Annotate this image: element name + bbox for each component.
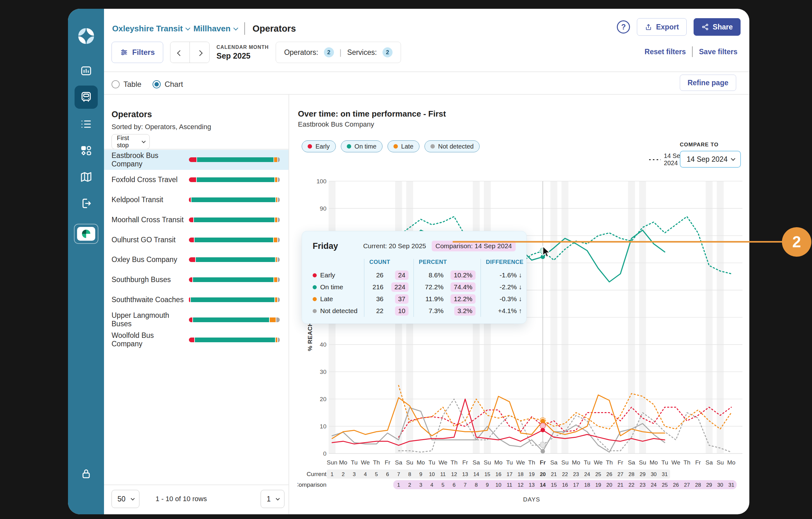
operator-row[interactable]: Southburgh Buses (104, 270, 289, 290)
operator-row[interactable]: Keldpool Transit (104, 190, 289, 210)
tooltip-row-label: Not detected (313, 305, 359, 317)
share-button[interactable]: Share (694, 18, 741, 36)
tooltip-current-date: Current: 20 Sep 2025 (363, 242, 426, 250)
svg-text:Mo: Mo (417, 459, 425, 466)
next-month-button[interactable] (190, 42, 209, 63)
tooltip-percent-comparison: 12.2% (448, 293, 475, 305)
operator-name: Souththwaite Coaches (112, 296, 186, 304)
refine-page-button[interactable]: Refine page (680, 75, 736, 91)
divider: | (340, 48, 342, 57)
chart-legend: EarlyOn timeLateNot detected (302, 140, 480, 152)
help-button[interactable]: ? (617, 20, 630, 33)
svg-text:21: 21 (617, 482, 624, 488)
chevron-right-icon (197, 50, 202, 56)
export-button[interactable]: Export (637, 18, 687, 36)
time-series-chart[interactable]: 0102030405060708090100SunMoTuWeThFrSaSuM… (298, 175, 749, 512)
view-radio-table[interactable]: Table (112, 80, 141, 89)
svg-text:10: 10 (429, 471, 435, 477)
svg-text:27: 27 (617, 471, 624, 477)
callout-step-badge: 2 (782, 227, 811, 257)
list-icon[interactable] (79, 117, 93, 131)
legend-pill-late[interactable]: Late (387, 140, 419, 152)
prev-month-button[interactable] (170, 42, 190, 63)
lock-icon[interactable] (79, 466, 93, 481)
svg-text:28: 28 (629, 471, 634, 477)
operator-row[interactable]: Eastbrook Bus Company (104, 150, 289, 170)
operator-row[interactable]: Souththwaite Coaches (104, 290, 289, 310)
compare-to-value: 14 Sep 2024 (687, 155, 727, 164)
tooltip-header-spacer (448, 262, 475, 266)
svg-text:Th: Th (606, 459, 613, 466)
view-radio-chart[interactable]: Chart (152, 80, 183, 89)
svg-text:2: 2 (342, 471, 345, 477)
svg-text:Su: Su (717, 459, 724, 466)
bar-segment (278, 297, 280, 302)
svg-text:12: 12 (451, 471, 457, 477)
radio-icon (112, 80, 120, 88)
radio-selected-icon (152, 80, 161, 88)
sidebar (68, 9, 104, 514)
svg-text:10: 10 (496, 482, 501, 488)
operator-row[interactable]: Woolfold Bus Company (104, 330, 289, 350)
svg-text:Sa: Sa (395, 459, 403, 466)
tooltip-percent-comparison: 10.2% (448, 269, 475, 281)
svg-text:40: 40 (320, 341, 326, 348)
operator-name: Oxley Bus Company (112, 255, 186, 264)
svg-text:Th: Th (373, 459, 380, 466)
operator-row[interactable]: Foxfold Cross Travel (104, 170, 289, 190)
legend-pill-notdet[interactable]: Not detected (425, 140, 480, 152)
bar-segment (191, 297, 274, 302)
filters-button[interactable]: Filters (112, 42, 163, 63)
map-icon[interactable] (79, 170, 93, 184)
breadcrumb-org[interactable]: Oxleyshire Transit (112, 24, 189, 33)
operator-name: Moorhall Cross Transit (112, 216, 186, 224)
operator-row[interactable]: Oulhurst GO Transit (104, 230, 289, 250)
tooltip-header-difference: DIFFERENCE (481, 259, 522, 269)
svg-text:17: 17 (506, 471, 513, 477)
bar-segment (270, 318, 276, 322)
svg-text:Fr: Fr (540, 459, 546, 466)
chevron-down-icon (731, 156, 735, 161)
logout-icon[interactable] (79, 196, 93, 211)
save-filters-link[interactable]: Save filters (699, 48, 737, 56)
tooltip-count-comparison: 224 (388, 281, 408, 293)
svg-text:29: 29 (640, 471, 646, 477)
operator-status-bar (189, 277, 280, 282)
svg-text:23: 23 (573, 471, 579, 477)
page-select[interactable]: 1 (261, 490, 285, 508)
bar-segment (276, 257, 277, 262)
tooltip-row-label: Late (313, 293, 359, 305)
compare-to-select[interactable]: 14 Sep 2024 (680, 151, 741, 168)
operators-filter-label: Operators: (284, 48, 318, 57)
operator-name: Foxfold Cross Travel (112, 175, 186, 184)
svg-text:Th: Th (528, 459, 535, 466)
legend-pill-early[interactable]: Early (302, 140, 336, 152)
legend-label: Not detected (438, 143, 474, 150)
svg-text:13: 13 (529, 482, 535, 488)
active-filters-pill[interactable]: Operators: 2 | Services: 2 (276, 42, 401, 63)
operator-status-bar (189, 197, 280, 202)
svg-text:7: 7 (464, 482, 466, 488)
svg-text:Tu: Tu (584, 459, 590, 466)
page-size-select[interactable]: 50 (112, 490, 139, 508)
breadcrumb-region-label: Millhaven (193, 24, 230, 33)
svg-text:90: 90 (320, 205, 326, 212)
partner-app-badge[interactable] (74, 224, 98, 244)
tooltip-difference: +4.1% ↑ (481, 305, 522, 317)
operator-row[interactable]: Moorhall Cross Transit (104, 210, 289, 230)
reset-filters-link[interactable]: Reset filters (645, 48, 686, 56)
svg-text:26: 26 (673, 482, 679, 488)
screen: Oxleyshire Transit Millhaven Operators ?… (0, 0, 812, 519)
operator-row[interactable]: Upper Langmouth Buses (104, 310, 289, 330)
breadcrumb-region[interactable]: Millhaven (193, 24, 236, 33)
operator-row[interactable]: Oxley Bus Company (104, 250, 289, 270)
legend-pill-ontime[interactable]: On time (341, 140, 382, 152)
widgets-icon[interactable] (79, 143, 93, 158)
sidebar-item-vehicles-active[interactable] (75, 86, 98, 109)
svg-text:Comparison: Comparison (298, 482, 326, 488)
page-value: 1 (267, 495, 271, 503)
analytics-icon[interactable] (79, 64, 93, 78)
svg-text:30: 30 (320, 368, 326, 375)
stop-filter-select[interactable]: First stop (112, 134, 150, 149)
period-pager (170, 42, 210, 63)
